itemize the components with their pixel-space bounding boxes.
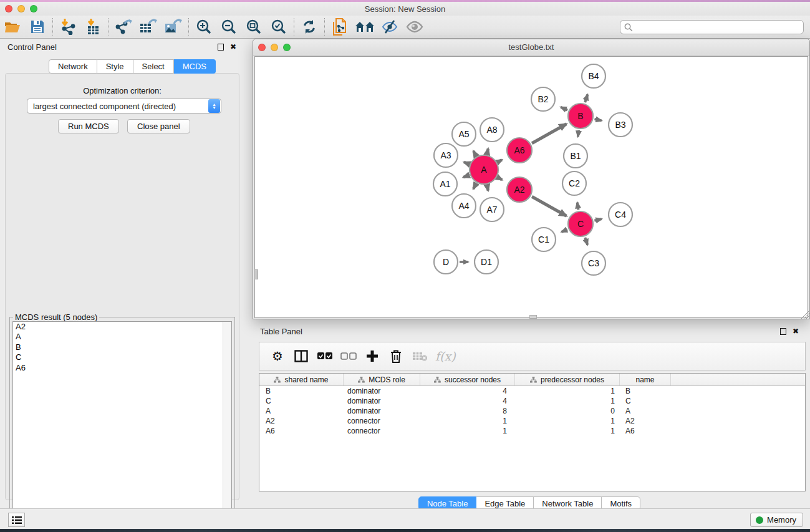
column-header-successor-nodes[interactable]: successor nodes — [420, 374, 515, 385]
zoom-out-button[interactable] — [216, 17, 241, 37]
select-all-columns-button[interactable] — [313, 346, 337, 367]
zoom-selected-button[interactable] — [266, 17, 291, 37]
delete-table-button[interactable] — [408, 346, 432, 367]
mcds-result-item[interactable]: C — [13, 352, 231, 362]
edge-A-A1[interactable] — [463, 175, 469, 177]
cell-predecessor-nodes[interactable]: 1 — [515, 427, 620, 435]
edge-A-A7[interactable] — [487, 185, 488, 190]
window-resize-grip[interactable] — [801, 310, 809, 319]
create-column-button[interactable] — [360, 346, 384, 367]
run-mcds-button[interactable]: Run MCDS — [58, 119, 119, 133]
cell-successor-nodes[interactable]: 8 — [420, 407, 515, 415]
node-C1[interactable]: C1 — [532, 228, 556, 251]
function-builder-button[interactable]: f(x) — [435, 349, 456, 363]
cell-predecessor-nodes[interactable]: 1 — [515, 387, 620, 395]
edge-B-B3[interactable] — [594, 119, 601, 120]
new-network-from-selection-button[interactable] — [327, 17, 352, 37]
scrollbar-track[interactable] — [223, 322, 231, 527]
export-table-button[interactable] — [136, 17, 161, 37]
cell-name[interactable]: A6 — [620, 427, 671, 435]
node-C[interactable]: C — [568, 211, 593, 236]
table-options-button[interactable]: ⚙ — [266, 346, 289, 367]
node-B4[interactable]: B4 — [582, 64, 605, 88]
import-network-button[interactable] — [55, 17, 80, 37]
mcds-result-item[interactable]: A2 — [13, 322, 231, 332]
zoom-fit-button[interactable] — [241, 17, 266, 37]
cell-name[interactable]: A2 — [620, 417, 671, 425]
mcds-result-list[interactable]: A2ABCA6 — [12, 321, 232, 528]
node-A6[interactable]: A6 — [507, 138, 532, 163]
edge-B-B1[interactable] — [578, 130, 579, 137]
node-B3[interactable]: B3 — [609, 113, 632, 137]
criterion-select[interactable]: largest connected component (directed) ▲… — [27, 99, 221, 114]
edge-C-C1[interactable] — [562, 230, 567, 232]
network-graph[interactable]: AA6A2BCA1A3A4A5A7A8B1B2B3B4C1C2C3C4DD1 — [255, 57, 809, 319]
cell-predecessor-nodes[interactable]: 0 — [515, 407, 620, 415]
refresh-button[interactable] — [297, 17, 322, 37]
cell-MCDS-role[interactable]: dominator — [344, 387, 420, 395]
edge-C-C4[interactable] — [594, 219, 601, 221]
delete-columns-button[interactable] — [384, 346, 408, 367]
node-A8[interactable]: A8 — [480, 118, 504, 142]
network-window-titlebar[interactable]: testGlobe.txt — [253, 39, 809, 56]
edge-A-A3[interactable] — [464, 162, 469, 164]
search-input[interactable] — [620, 20, 804, 34]
tab-style[interactable]: Style — [97, 59, 133, 74]
edge-B-B4[interactable] — [585, 94, 587, 102]
mcds-result-item[interactable]: A6 — [13, 363, 231, 373]
cell-MCDS-role[interactable]: dominator — [344, 407, 420, 415]
canvas-resize-grip-bottom[interactable] — [529, 315, 537, 319]
edge-A-A5[interactable] — [473, 151, 476, 155]
tab-network[interactable]: Network — [49, 59, 97, 74]
cell-shared-name[interactable]: A6 — [259, 427, 344, 435]
table-row[interactable]: A2connector11A2 — [259, 416, 805, 426]
node-D1[interactable]: D1 — [475, 250, 498, 274]
node-C2[interactable]: C2 — [562, 172, 586, 195]
node-A1[interactable]: A1 — [433, 172, 457, 196]
edge-A-A6[interactable] — [498, 160, 502, 162]
column-header-predecessor-nodes[interactable]: predecessor nodes — [515, 374, 620, 385]
column-header-name[interactable]: name — [620, 374, 671, 385]
task-history-button[interactable] — [8, 513, 25, 527]
save-session-button[interactable] — [25, 17, 50, 37]
close-panel-icon[interactable]: ✖ — [793, 327, 799, 335]
tab-mcds[interactable]: MCDS — [174, 59, 216, 74]
edge-A2-C[interactable] — [532, 196, 566, 216]
node-A5[interactable]: A5 — [452, 122, 476, 146]
column-header-shared-name[interactable]: shared name — [259, 374, 344, 385]
hide-selected-button[interactable] — [377, 17, 402, 37]
cell-MCDS-role[interactable]: dominator — [344, 397, 420, 405]
cell-name[interactable]: C — [620, 397, 671, 405]
cell-MCDS-role[interactable]: connector — [344, 427, 420, 435]
cell-successor-nodes[interactable]: 4 — [420, 387, 515, 395]
edge-A-A4[interactable] — [473, 184, 476, 189]
node-A2[interactable]: A2 — [507, 177, 532, 202]
cell-name[interactable]: A — [620, 407, 671, 415]
import-table-button[interactable] — [80, 17, 105, 37]
show-all-button[interactable] — [402, 17, 427, 37]
tab-select[interactable]: Select — [133, 59, 174, 74]
edge-A-A2[interactable] — [498, 178, 502, 180]
edge-C-C3[interactable] — [585, 238, 587, 245]
show-column-panel-button[interactable] — [289, 346, 313, 367]
float-panel-icon[interactable] — [780, 328, 786, 335]
cell-name[interactable]: B — [620, 387, 671, 395]
cell-shared-name[interactable]: A — [259, 407, 344, 415]
close-panel-button[interactable]: Close panel — [127, 119, 190, 133]
node-C3[interactable]: C3 — [582, 251, 605, 275]
cell-shared-name[interactable]: B — [259, 387, 344, 395]
zoom-in-button[interactable] — [191, 17, 216, 37]
export-network-button[interactable] — [111, 17, 136, 37]
node-A4[interactable]: A4 — [452, 194, 476, 218]
cell-shared-name[interactable]: A2 — [259, 417, 344, 425]
cell-MCDS-role[interactable]: connector — [344, 417, 420, 425]
open-session-button[interactable] — [0, 17, 25, 37]
node-B2[interactable]: B2 — [531, 87, 555, 111]
edge-B-B2[interactable] — [561, 107, 567, 110]
column-header-MCDS-role[interactable]: MCDS role — [344, 374, 420, 385]
cell-successor-nodes[interactable]: 1 — [420, 427, 515, 435]
node-D[interactable]: D — [434, 250, 458, 274]
network-canvas[interactable]: AA6A2BCA1A3A4A5A7A8B1B2B3B4C1C2C3C4DD1 — [254, 56, 808, 318]
table-row[interactable]: Cdominator41C — [259, 396, 805, 406]
node-A7[interactable]: A7 — [480, 198, 504, 221]
